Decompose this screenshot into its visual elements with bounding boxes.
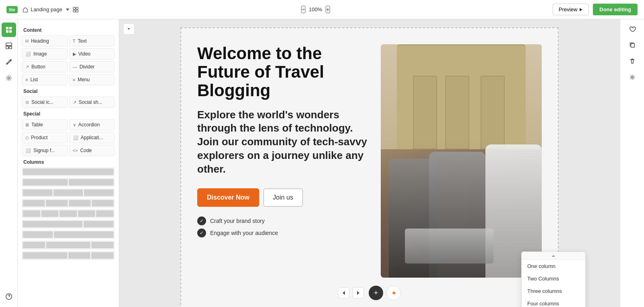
column-layout-3[interactable] [22,241,115,249]
col-bar [92,200,114,206]
icon-rail [0,19,18,307]
video-label: Video [78,51,91,57]
nav-left-button[interactable] [338,287,349,299]
dropdown-item-one-column[interactable]: One column [522,260,585,272]
sidebar-item-divider[interactable]: — Divider [69,61,115,72]
sidebar-item-product[interactable]: ◇ Product [22,132,68,143]
settings-panel-button[interactable] [626,71,639,84]
rail-blocks-button[interactable] [2,23,16,37]
application-label: Applicati... [81,135,103,140]
zoom-plus-button[interactable]: + [326,6,330,13]
col-bar [41,210,59,217]
svg-point-12 [10,60,10,61]
canvas-frame: Welcome to the Future of Travel Blogging… [180,27,559,307]
play-icon [579,8,583,12]
sidebar-item-button[interactable]: ↗ Button [22,61,68,72]
col-bar [68,252,91,259]
rail-dark-mode-button[interactable] [2,273,16,288]
gear-icon [5,74,12,82]
rail-settings-button[interactable] [2,71,16,85]
svg-point-13 [8,77,10,79]
menu-label: Menu [78,77,90,82]
column-layout-4[interactable] [22,251,115,260]
sidebar-item-accordion[interactable]: ∨ Accordion [69,119,115,130]
page-name-area[interactable]: Landing page [23,6,78,12]
dropdown-item-two-columns[interactable]: Two Columns [522,272,585,285]
column-1-preview[interactable] [22,167,115,176]
add-element-button[interactable]: + [369,286,383,300]
column-layout-1[interactable] [22,220,115,229]
column-2-preview[interactable] [22,178,115,187]
columns-list [22,167,115,260]
svg-rect-10 [6,46,8,49]
arch-bg [381,44,542,149]
col-bar-wide [23,252,67,259]
sidebar-item-social-icons[interactable]: ⊙ Social ic... [22,97,68,108]
rail-style-button[interactable] [2,55,16,69]
col-bar [84,221,114,227]
sidebar-item-application[interactable]: ⬜ Applicati... [69,132,115,143]
col-bar [69,179,114,185]
join-us-button[interactable]: Join us [263,188,303,207]
col-bar [84,190,114,196]
done-editing-button[interactable]: Done editing [593,4,638,15]
sidebar-panel: Content H Heading T Text ⬜ Image ▶ Video… [18,19,119,307]
collapse-button[interactable] [123,23,134,35]
sidebar-item-social-share[interactable]: ↗ Social sh... [69,97,115,108]
sidebar-item-text[interactable]: T Text [69,35,115,47]
rail-help-button[interactable] [2,289,16,304]
paint-icon [5,58,12,66]
magic-tool-button[interactable]: ✦ [386,286,401,300]
rail-layout-button[interactable] [2,39,16,53]
trash-icon [629,58,636,65]
duplicate-button[interactable] [626,39,639,52]
button-icon: ↗ [25,64,29,70]
nav-right-button[interactable] [353,287,364,299]
sidebar-item-code[interactable]: <> Code [69,145,115,156]
delete-button[interactable] [626,55,639,68]
video-icon: ▶ [73,52,76,57]
sidebar-item-table[interactable]: ⊞ Table [22,119,68,130]
check-item-2: ✓ Engage with your audience [197,229,369,237]
button-label: Button [31,64,45,70]
text-label: Text [78,38,87,44]
column-3-preview[interactable] [22,188,115,197]
preview-button[interactable]: Preview [553,4,589,15]
arrow-left-icon [342,291,345,295]
social-share-label: Social sh... [79,99,103,105]
sidebar-item-list[interactable]: ≡ List [22,74,68,85]
column-layout-2[interactable] [22,230,115,239]
product-icon: ◇ [25,135,29,140]
svg-rect-0 [73,7,75,9]
svg-rect-7 [6,30,8,33]
sidebar-item-video[interactable]: ▶ Video [69,48,115,60]
dropdown-item-three-columns[interactable]: Three columns [522,285,585,297]
table-icon: ⊞ [25,122,29,128]
dropdown-scroll-up[interactable] [522,252,585,260]
grid-icon [73,7,78,12]
image-label: Image [33,51,47,57]
col-bar [96,210,114,217]
main-layout: Content H Heading T Text ⬜ Image ▶ Video… [0,19,644,307]
sidebar-item-menu[interactable]: ≡ Menu [69,74,115,85]
col-bar [60,210,77,217]
col-bar [91,242,114,248]
col-bar-wide [46,242,91,248]
zoom-value: 100% [309,6,322,12]
canvas-nav: + ✦ [338,286,401,300]
people-area [381,138,542,278]
column-4-preview[interactable] [22,199,115,208]
laptop [405,229,493,264]
home-icon [23,7,28,12]
sidebar-item-image[interactable]: ⬜ Image [22,48,68,60]
sidebar-item-signup[interactable]: ⬜ Signup f... [22,145,68,156]
col-bar [23,200,45,206]
sidebar-item-heading[interactable]: H Heading [22,35,68,47]
column-5-preview[interactable] [22,209,115,218]
dropdown-item-four-columns[interactable]: Four columns [522,297,585,307]
social-section-title: Social [23,89,113,94]
discover-now-button[interactable]: Discover Now [197,188,259,207]
favorite-button[interactable] [626,23,639,35]
zoom-minus-button[interactable]: − [301,6,306,13]
image-icon: ⬜ [25,52,31,57]
